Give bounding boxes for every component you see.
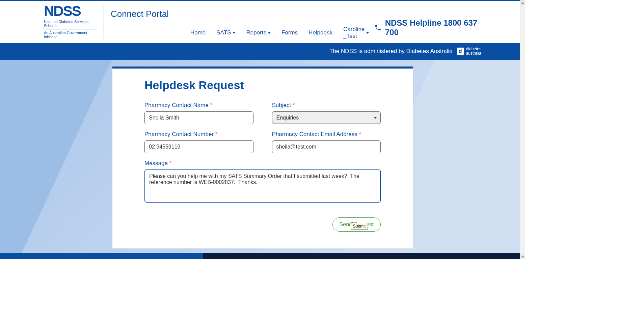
- helpline-text: NDSS Helpline 1800 637 700: [385, 18, 481, 37]
- scroll-up-arrow-icon[interactable]: ▲: [520, 0, 525, 5]
- footer-strip: [0, 253, 520, 259]
- nav-user-menu[interactable]: Caroline _Test: [338, 23, 374, 43]
- nav-home-label: Home: [190, 29, 206, 36]
- nav-sats-label: SATS: [216, 29, 231, 36]
- nav-reports-label: Reports: [246, 29, 266, 36]
- chevron-down-icon: [268, 32, 271, 34]
- nav-reports[interactable]: Reports: [241, 23, 276, 43]
- nav-helpdesk-label: Helpdesk: [308, 29, 332, 36]
- nav-sats[interactable]: SATS: [211, 23, 241, 43]
- message-textarea[interactable]: [144, 169, 381, 203]
- header-top: NDSS National Diabetes Services Scheme A…: [44, 5, 481, 43]
- label-subject: Subject *: [272, 102, 381, 109]
- logo-subtitle-1: National Diabetes Services Scheme: [44, 20, 97, 29]
- helpdesk-form-card: Helpdesk Request Pharmacy Contact Name *…: [112, 67, 413, 248]
- header: NDSS National Diabetes Services Scheme A…: [0, 0, 525, 43]
- portal-title: Connect Portal: [111, 9, 374, 19]
- label-contact-number: Pharmacy Contact Number *: [144, 131, 253, 138]
- admin-bar: The NDSS is administered by Diabetes Aus…: [0, 43, 525, 60]
- contact-email-input[interactable]: [272, 140, 381, 153]
- nav-user-label: Caroline _Test: [343, 26, 365, 40]
- nav-forms-label: Forms: [281, 29, 298, 36]
- nav-home[interactable]: Home: [185, 23, 211, 43]
- footer-blue: [0, 253, 203, 259]
- label-contact-email: Pharmacy Contact Email Address *: [272, 131, 381, 138]
- da-icon: d: [457, 48, 464, 55]
- diabetes-australia-logo: d diabetes australia: [457, 47, 481, 56]
- scroll-down-arrow-icon[interactable]: ▼: [520, 254, 525, 259]
- da-line2: australia: [466, 51, 481, 56]
- contact-number-input[interactable]: [144, 140, 253, 153]
- nav-helpdesk[interactable]: Helpdesk: [303, 23, 338, 43]
- nav-forms[interactable]: Forms: [276, 23, 303, 43]
- helpline: NDSS Helpline 1800 637 700: [374, 18, 481, 37]
- chevron-down-icon: [233, 32, 235, 34]
- chevron-down-icon: [366, 32, 369, 34]
- content-area: Helpdesk Request Pharmacy Contact Name *…: [0, 60, 525, 259]
- footer-dark: [203, 253, 520, 259]
- main-nav: Home SATS Reports Forms Helpdesk Carolin…: [185, 23, 374, 43]
- contact-name-input[interactable]: [144, 111, 253, 124]
- label-contact-name: Pharmacy Contact Name *: [144, 102, 253, 109]
- send-request-button[interactable]: Send Request: [332, 217, 381, 232]
- scrollbar[interactable]: ▲ ▼: [520, 0, 525, 259]
- subject-select[interactable]: Enquiries: [272, 111, 381, 124]
- form-title: Helpdesk Request: [144, 79, 381, 92]
- ndss-logo[interactable]: NDSS National Diabetes Services Scheme A…: [44, 5, 104, 39]
- phone-icon: [374, 24, 381, 32]
- da-text: diabetes australia: [466, 47, 481, 56]
- logo-subtitle-2: An Australian Government Initiative: [44, 31, 97, 39]
- submit-row: Send Request ↖ Submit: [144, 217, 381, 232]
- logo-text: NDSS: [44, 5, 97, 18]
- label-message: Message *: [144, 160, 381, 167]
- admin-text: The NDSS is administered by Diabetes Aus…: [329, 48, 453, 55]
